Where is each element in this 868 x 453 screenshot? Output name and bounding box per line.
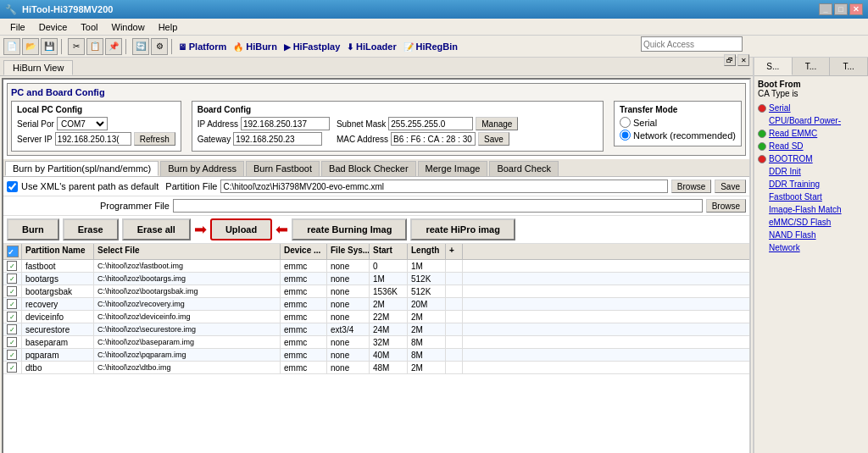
menu-tool[interactable]: Tool [74, 20, 104, 34]
right-item-3[interactable]: Read SD [758, 140, 865, 152]
row-check-1[interactable] [3, 273, 22, 285]
right-item-2[interactable]: Read EMMC [758, 127, 865, 140]
left-arrow-icon: ➡ [194, 220, 207, 239]
green-dot-icon [758, 130, 766, 138]
use-xml-parent-checkbox[interactable] [7, 181, 18, 192]
row-extra-2 [446, 285, 463, 297]
manage-button[interactable]: Manage [476, 117, 518, 130]
row-start-4: 22M [370, 311, 408, 323]
row-name-7: pqparam [22, 349, 94, 361]
local-pc-title: Local PC Config [17, 105, 175, 114]
merge-image-tab[interactable]: Merge Image [418, 161, 488, 176]
refresh-button[interactable]: Refresh [134, 132, 175, 146]
network-radio[interactable] [620, 130, 631, 141]
right-item-1[interactable]: CPU/Board Power- [758, 114, 865, 127]
programmer-file-input[interactable] [173, 199, 703, 213]
row-check-4[interactable] [3, 311, 22, 323]
row-file-7: C:\hitool\zoz\pqparam.img [94, 349, 281, 361]
right-item-7[interactable]: Fastboot Start [758, 191, 865, 203]
ip-address-input[interactable] [241, 117, 330, 130]
subnet-mask-input[interactable] [388, 117, 473, 130]
partition-file-input[interactable] [220, 180, 667, 193]
row-check-3[interactable] [3, 298, 22, 310]
toolbar-save[interactable]: 💾 [41, 38, 58, 55]
toolbar-open[interactable]: 📂 [22, 38, 39, 55]
burn-address-tab[interactable]: Burn by Address [160, 161, 244, 176]
right-item-6[interactable]: DDR Training [758, 178, 865, 191]
save-board-button[interactable]: Save [478, 132, 509, 146]
row-check-8[interactable] [3, 362, 22, 373]
row-check-6[interactable] [3, 336, 22, 348]
maximize-button[interactable]: □ [834, 3, 848, 15]
burn-tabbar: Burn by Partition(spl/nand/emmc) Burn by… [3, 159, 749, 177]
right-item-11[interactable]: Network [758, 241, 865, 254]
browse-programmer-button[interactable]: Browse [706, 199, 746, 213]
create-hipro-image-button[interactable]: reate HiPro imag [410, 218, 515, 240]
right-item-10[interactable]: NAND Flash [758, 229, 865, 241]
mac-address-label: MAC Address [337, 135, 388, 144]
create-burning-image-button[interactable]: reate Burning Imag [292, 218, 407, 240]
row-extra-4 [446, 311, 463, 323]
right-tabbar: S... T... T... [754, 58, 868, 76]
upload-button[interactable]: Upload [210, 218, 272, 240]
erase-all-button[interactable]: Erase all [122, 218, 191, 240]
toolbar-new[interactable]: 📄 [3, 38, 20, 55]
row-extra-0 [446, 260, 463, 272]
toolbar-cut[interactable]: ✂ [68, 38, 85, 55]
right-item-5[interactable]: DDR Init [758, 165, 865, 178]
server-ip-input[interactable] [55, 132, 131, 146]
row-length-0: 1M [408, 260, 446, 272]
right-item-label-5: DDR Init [769, 167, 801, 176]
row-device-3: emmc [281, 298, 327, 310]
menu-file[interactable]: File [3, 20, 32, 34]
close-button[interactable]: ✕ [849, 3, 863, 15]
right-item-label-4: BOOTROM [769, 154, 813, 163]
hiburn-view-tab[interactable]: HiBurn View [3, 60, 73, 75]
programmer-file-config: Programmer File Browse [3, 196, 749, 216]
restore-btn[interactable]: 🗗 [724, 54, 736, 66]
row-file-1: C:\hitool\zoz\bootargs.img [94, 273, 281, 285]
mac-address-input[interactable] [391, 132, 476, 146]
right-item-label-11: Network [769, 243, 800, 252]
header-length: Length [408, 244, 446, 259]
row-check-2[interactable] [3, 285, 22, 297]
burn-partition-tab[interactable]: Burn by Partition(spl/nand/emmc) [5, 161, 159, 176]
red-dot-icon [758, 104, 766, 113]
browse-partition-button[interactable]: Browse [671, 180, 711, 193]
row-check-7[interactable] [3, 349, 22, 361]
serial-radio[interactable] [620, 117, 631, 128]
right-item-label-3: Read SD [769, 141, 804, 151]
right-item-9[interactable]: eMMC/SD Flash [758, 216, 865, 229]
right-item-8[interactable]: Image-Flash Match [758, 203, 865, 216]
row-length-5: 2M [408, 323, 446, 335]
ca-type-label: CA Type is [758, 89, 865, 98]
bad-block-tab[interactable]: Bad Block Checker [321, 161, 416, 176]
board-check-tab[interactable]: Board Check [489, 161, 559, 176]
gateway-input[interactable] [233, 132, 322, 146]
row-check-5[interactable] [3, 323, 22, 335]
menu-window[interactable]: Window [105, 20, 152, 34]
right-item-label-6: DDR Training [769, 180, 820, 189]
menu-help[interactable]: Help [152, 20, 185, 34]
toolbar-refresh[interactable]: 🔄 [132, 38, 149, 55]
erase-button[interactable]: Erase [63, 218, 119, 240]
right-item-0[interactable]: Serial [758, 102, 865, 114]
right-tab-t2[interactable]: T... [830, 58, 868, 75]
header-plus[interactable]: + [446, 244, 463, 259]
right-item-label-8: Image-Flash Match [769, 205, 842, 214]
quick-access-input[interactable] [641, 36, 743, 52]
save-partition-button[interactable]: Save [715, 180, 746, 193]
burn-fastboot-tab[interactable]: Burn Fastboot [246, 161, 320, 176]
toolbar-paste[interactable]: 📌 [105, 38, 122, 55]
menu-device[interactable]: Device [32, 20, 75, 34]
close-panel-btn[interactable]: ✕ [737, 54, 749, 66]
right-tab-t1[interactable]: T... [793, 58, 831, 75]
toolbar-settings[interactable]: ⚙ [151, 38, 168, 55]
row-check-0[interactable] [3, 260, 22, 272]
right-item-4[interactable]: BOOTROM [758, 152, 865, 165]
minimize-button[interactable]: _ [819, 3, 832, 15]
serial-port-select[interactable]: COM7 [57, 117, 108, 130]
toolbar-copy[interactable]: 📋 [86, 38, 103, 55]
burn-button[interactable]: Burn [7, 218, 59, 240]
right-tab-s[interactable]: S... [754, 58, 793, 75]
